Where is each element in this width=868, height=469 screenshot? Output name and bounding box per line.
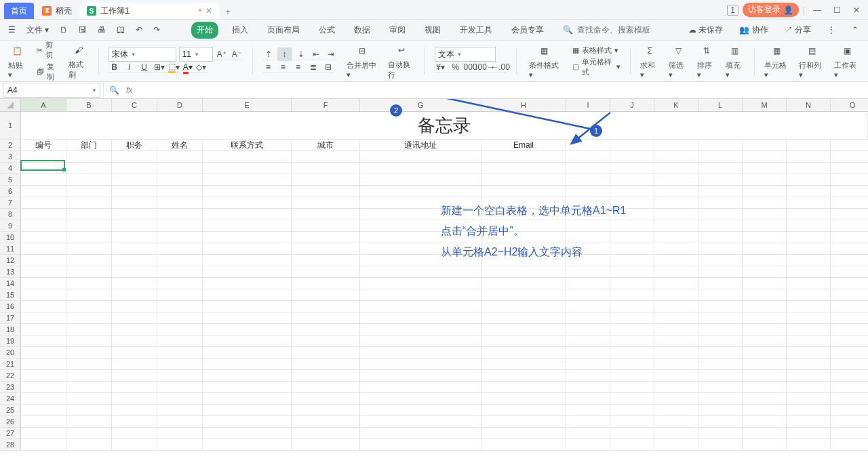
cell-F19[interactable] (292, 335, 360, 346)
row-header-2[interactable]: 2 (0, 140, 21, 150)
cell-C16[interactable] (112, 301, 157, 312)
cell-L20[interactable] (698, 347, 743, 358)
cell-B14[interactable] (66, 278, 112, 289)
table-style-button[interactable]: ▦ 表格样式 ▾ (572, 45, 618, 56)
cell-I14[interactable] (566, 278, 610, 289)
cell-N28[interactable] (787, 439, 831, 450)
cell-I17[interactable] (566, 312, 610, 323)
tab-docshell[interactable]: ⧗ 稻壳 (35, 3, 79, 19)
row-header-5[interactable]: 5 (0, 174, 21, 185)
cell-I13[interactable] (566, 266, 610, 277)
worksheet-button[interactable]: ▣工作表 ▾ (831, 43, 863, 79)
cell-A13[interactable] (21, 266, 66, 277)
cell-G2[interactable]: 通讯地址 (360, 140, 481, 150)
unsaved-status[interactable]: ☁ 未保存 (684, 23, 727, 37)
cell-F13[interactable] (292, 266, 360, 277)
coop-button[interactable]: 👥 协作 (735, 23, 772, 37)
cell-H26[interactable] (481, 416, 566, 427)
cell-M22[interactable] (743, 370, 787, 381)
cell-D4[interactable] (157, 163, 203, 174)
cell-L12[interactable] (698, 255, 743, 266)
cell-A4[interactable] (21, 163, 66, 174)
cell-E18[interactable] (203, 324, 292, 335)
cell-M16[interactable] (743, 301, 787, 312)
cell-I21[interactable] (566, 359, 610, 369)
cell-L3[interactable] (698, 151, 743, 162)
cell-B4[interactable] (66, 163, 112, 174)
cell-B26[interactable] (66, 416, 112, 427)
merged-title-cell[interactable]: 备忘录 (21, 112, 868, 139)
cell-A20[interactable] (21, 347, 66, 358)
cell-K7[interactable] (654, 197, 698, 208)
cell-D5[interactable] (157, 174, 203, 185)
cell-N13[interactable] (787, 266, 831, 277)
cell-E20[interactable] (203, 347, 292, 358)
cell-N8[interactable] (787, 209, 831, 220)
cell-H11[interactable] (481, 243, 566, 254)
cell-D10[interactable] (157, 232, 203, 243)
cell-N21[interactable] (787, 359, 831, 369)
cell-N6[interactable] (787, 186, 831, 197)
cell-J3[interactable] (610, 151, 654, 162)
cell-D6[interactable] (157, 186, 203, 197)
cell-L16[interactable] (698, 301, 743, 312)
font-color-button[interactable]: A▾ (183, 62, 193, 72)
cell-J19[interactable] (610, 335, 654, 346)
cell-I16[interactable] (566, 301, 610, 312)
cell-G26[interactable] (360, 416, 481, 427)
filter-button[interactable]: ▽筛选 ▾ (666, 43, 690, 79)
cell-N9[interactable] (787, 220, 831, 231)
collapse-ribbon-icon[interactable]: ⌃ (848, 24, 863, 36)
undo-icon[interactable]: ↶ (132, 24, 146, 36)
cell-M13[interactable] (743, 266, 787, 277)
row-header-14[interactable]: 14 (0, 278, 21, 289)
cell-C3[interactable] (112, 151, 157, 162)
row-header-20[interactable]: 20 (0, 347, 21, 358)
cell-K22[interactable] (654, 370, 698, 381)
cell-E6[interactable] (203, 186, 292, 197)
cell-D2[interactable]: 姓名 (157, 140, 203, 150)
cell-G15[interactable] (360, 289, 481, 300)
cell-M9[interactable] (743, 220, 787, 231)
row-header-13[interactable]: 13 (0, 266, 21, 277)
cell-D27[interactable] (157, 428, 203, 439)
cell-H21[interactable] (481, 359, 566, 369)
cell-A2[interactable]: 编号 (21, 140, 66, 150)
sum-button[interactable]: Σ求和 ▾ (637, 43, 662, 79)
cell-N15[interactable] (787, 289, 831, 300)
cell-K12[interactable] (654, 255, 698, 266)
currency-icon[interactable]: ¥▾ (435, 61, 447, 73)
cell-D20[interactable] (157, 347, 203, 358)
cell-F27[interactable] (292, 428, 360, 439)
file-menu[interactable]: 文件 ▾ (22, 23, 53, 37)
cell-G4[interactable] (360, 163, 481, 174)
cell-F25[interactable] (292, 405, 360, 415)
cell-L27[interactable] (698, 428, 743, 439)
col-header-L[interactable]: L (698, 99, 743, 111)
col-header-G[interactable]: G (360, 99, 481, 111)
cell-E9[interactable] (203, 220, 292, 231)
cell-O16[interactable] (831, 301, 868, 312)
cell-M28[interactable] (743, 439, 787, 450)
cell-M2[interactable] (743, 140, 787, 150)
cell-C5[interactable] (112, 174, 157, 185)
cell-A17[interactable] (21, 312, 66, 323)
cell-B25[interactable] (66, 405, 112, 415)
cell-E15[interactable] (203, 289, 292, 300)
cell-E13[interactable] (203, 266, 292, 277)
cell-K24[interactable] (654, 393, 698, 404)
cell-C18[interactable] (112, 324, 157, 335)
cell-O11[interactable] (831, 243, 868, 254)
cell-L5[interactable] (698, 174, 743, 185)
cell-C11[interactable] (112, 243, 157, 254)
cell-N16[interactable] (787, 301, 831, 312)
cell-O5[interactable] (831, 174, 868, 185)
cell-O3[interactable] (831, 151, 868, 162)
cell-B3[interactable] (66, 151, 112, 162)
cell-D22[interactable] (157, 370, 203, 381)
print-preview-icon[interactable]: 🕮 (113, 24, 129, 36)
cell-M18[interactable] (743, 324, 787, 335)
cell-C27[interactable] (112, 428, 157, 439)
cell-C9[interactable] (112, 220, 157, 231)
cell-F3[interactable] (292, 151, 360, 162)
